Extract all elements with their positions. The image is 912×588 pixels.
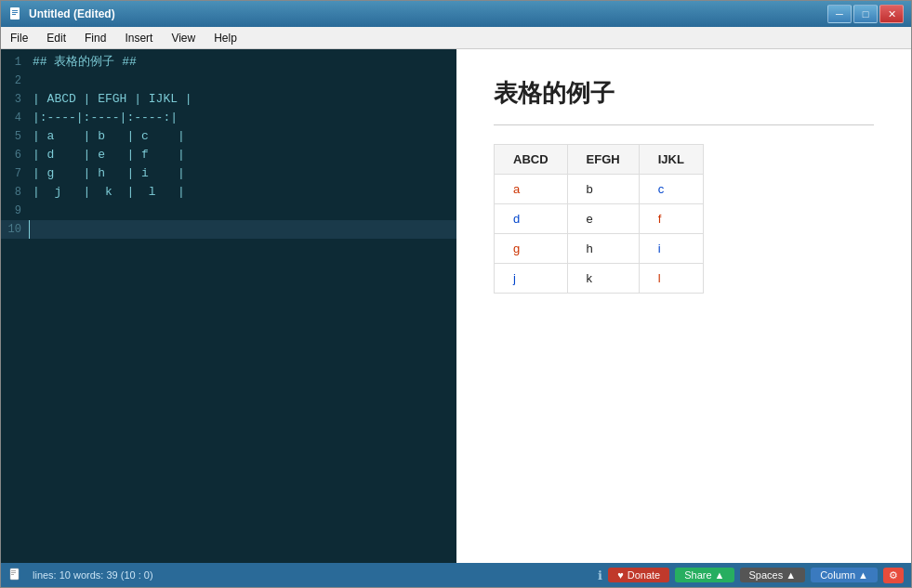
maximize-button[interactable]: □: [853, 5, 878, 23]
svg-rect-5: [11, 570, 16, 571]
table-cell: l: [639, 264, 703, 294]
preview-pane: 表格的例子 ABCDEFGHIJKLabcdefghijkl: [456, 49, 911, 563]
menu-bar: FileEditFindInsertViewHelp: [1, 27, 911, 49]
editor-line[interactable]: 4|:----|:----|:----:|: [1, 109, 456, 127]
line-content: [29, 202, 456, 220]
table-cell: a: [495, 175, 568, 204]
table-cell: k: [567, 264, 639, 294]
status-stats: lines: 10 words: 39 (10 : 0): [33, 569, 592, 581]
table-row: def: [495, 204, 704, 234]
app-window: Untitled (Edited) ─ □ ✕ FileEditFindInse…: [0, 0, 912, 588]
menu-item-view[interactable]: View: [162, 27, 205, 48]
preview-title: 表格的例子: [494, 77, 874, 110]
table-cell: e: [567, 204, 639, 234]
donate-button[interactable]: ♥ Donate: [608, 568, 669, 582]
svg-rect-6: [11, 572, 16, 573]
column-label: Column ▲: [820, 569, 868, 581]
settings-button[interactable]: ⚙: [883, 568, 904, 583]
table-cell: j: [495, 264, 568, 294]
share-label: Share ▲: [684, 569, 724, 581]
column-button[interactable]: Column ▲: [811, 568, 878, 582]
line-number: 6: [1, 146, 29, 164]
editor-line[interactable]: 9: [1, 202, 456, 220]
menu-item-edit[interactable]: Edit: [37, 27, 75, 48]
table-row: ghi: [495, 234, 704, 264]
preview-table: ABCDEFGHIJKLabcdefghijkl: [494, 144, 704, 294]
line-content: | a | b | c |: [29, 127, 456, 146]
settings-icon: ⚙: [889, 569, 898, 581]
window-title: Untitled (Edited): [29, 7, 827, 20]
line-content: | ABCD | EFGH | IJKL |: [29, 90, 456, 109]
table-row: abc: [495, 175, 704, 204]
spaces-button[interactable]: Spaces ▲: [740, 568, 806, 582]
status-bar: lines: 10 words: 39 (10 : 0) ℹ ♥ Donate …: [1, 563, 911, 587]
file-status-icon: [8, 568, 23, 582]
menu-item-help[interactable]: Help: [205, 27, 246, 48]
svg-rect-2: [12, 12, 18, 13]
svg-rect-7: [11, 574, 14, 575]
main-area: 1## 表格的例子 ##23| ABCD | EFGH | IJKL |4|:-…: [1, 49, 911, 563]
table-cell: i: [639, 234, 703, 264]
editor-line[interactable]: 3| ABCD | EFGH | IJKL |: [1, 90, 456, 109]
editor-pane[interactable]: 1## 表格的例子 ##23| ABCD | EFGH | IJKL |4|:-…: [1, 49, 456, 563]
table-cell: g: [495, 234, 568, 264]
table-cell: h: [567, 234, 639, 264]
table-cell: f: [639, 204, 703, 234]
line-number: 1: [1, 53, 29, 72]
title-bar: Untitled (Edited) ─ □ ✕: [1, 1, 911, 27]
editor-line[interactable]: 1## 表格的例子 ##: [1, 53, 456, 72]
share-button[interactable]: Share ▲: [675, 568, 734, 582]
line-content: |:----|:----|:----:|: [29, 109, 456, 127]
info-icon: ℹ: [598, 568, 602, 582]
menu-item-insert[interactable]: Insert: [115, 27, 162, 48]
table-cell: c: [639, 175, 703, 204]
editor-line[interactable]: 10: [1, 220, 456, 239]
table-header: IJKL: [639, 145, 703, 175]
app-icon: [8, 7, 23, 21]
line-content: | j | k | l |: [29, 183, 456, 202]
svg-rect-1: [12, 10, 18, 11]
line-content: | d | e | f |: [29, 146, 456, 164]
line-content: ## 表格的例子 ##: [29, 53, 456, 72]
line-number: 2: [1, 72, 29, 90]
window-controls: ─ □ ✕: [827, 5, 904, 23]
table-row: jkl: [495, 264, 704, 294]
spaces-label: Spaces ▲: [749, 569, 797, 581]
donate-heart-icon: ♥: [617, 569, 624, 581]
editor-line[interactable]: 6| d | e | f |: [1, 146, 456, 164]
line-number: 10: [1, 220, 29, 239]
editor-line[interactable]: 7| g | h | i |: [1, 164, 456, 183]
editor-content[interactable]: 1## 表格的例子 ##23| ABCD | EFGH | IJKL |4|:-…: [1, 49, 456, 563]
table-header: ABCD: [495, 145, 568, 175]
line-number: 9: [1, 202, 29, 220]
menu-item-find[interactable]: Find: [75, 27, 115, 48]
table-cell: b: [567, 175, 639, 204]
editor-line[interactable]: 8| j | k | l |: [1, 183, 456, 202]
line-number: 7: [1, 164, 29, 183]
svg-rect-0: [10, 7, 20, 20]
line-number: 8: [1, 183, 29, 202]
table-header: EFGH: [567, 145, 639, 175]
editor-line[interactable]: 2: [1, 72, 456, 90]
line-content: | g | h | i |: [29, 164, 456, 183]
line-number: 3: [1, 90, 29, 109]
minimize-button[interactable]: ─: [827, 5, 852, 23]
menu-item-file[interactable]: File: [1, 27, 37, 48]
table-cell: d: [495, 204, 568, 234]
line-number: 4: [1, 109, 29, 127]
line-content: [29, 72, 456, 90]
line-content: [29, 220, 456, 239]
donate-label: Donate: [628, 569, 660, 581]
svg-rect-3: [12, 14, 16, 15]
editor-line[interactable]: 5| a | b | c |: [1, 127, 456, 146]
preview-divider: [494, 124, 874, 125]
close-button[interactable]: ✕: [879, 5, 904, 23]
line-number: 5: [1, 127, 29, 146]
